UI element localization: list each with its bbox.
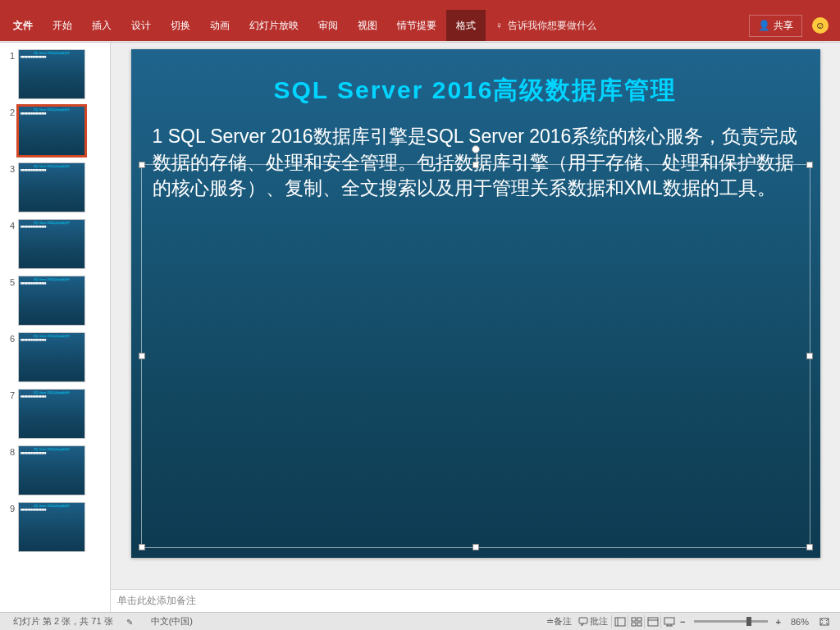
ribbon-tabs: 文件 开始 插入 设计 切换 动画 幻灯片放映 审阅 视图 情节提要 格式 ♀ … [0, 10, 840, 41]
thumbnail-row[interactable]: 1SQL Server 2016高级数据库管理█████████████████… [0, 48, 110, 104]
slide-body-text[interactable]: 1 SQL Server 2016数据库引擎是SQL Server 2016系统… [153, 124, 799, 202]
slide-canvas[interactable]: SQL Server 2016高级数据库管理 1 SQL Server 2016… [111, 43, 840, 589]
thumbnail-slide[interactable]: SQL Server 2016高级数据库管理██████████████████… [18, 219, 85, 269]
thumbnail-row[interactable]: 9SQL Server 2016高级数据库管理█████████████████… [0, 500, 110, 557]
slideshow-view-button[interactable] [660, 615, 677, 628]
tab-transitions[interactable]: 切换 [161, 10, 200, 41]
tab-home[interactable]: 开始 [43, 10, 82, 41]
textbox-selection-frame[interactable] [141, 164, 810, 548]
current-slide[interactable]: SQL Server 2016高级数据库管理 1 SQL Server 2016… [131, 49, 820, 558]
svg-rect-2 [615, 618, 625, 626]
svg-rect-6 [632, 623, 636, 626]
notes-toggle[interactable]: ≐ 备注 [543, 615, 575, 628]
thumbnail-number: 8 [3, 445, 15, 457]
thumbnail-row[interactable]: 7SQL Server 2016高级数据库管理█████████████████… [0, 387, 110, 444]
thumbnail-row[interactable]: 3SQL Server 2016高级数据库管理█████████████████… [0, 161, 110, 217]
thumbnail-slide[interactable]: SQL Server 2016高级数据库管理██████████████████… [18, 49, 85, 99]
comments-toggle[interactable]: 批注 [575, 615, 611, 628]
main-area: 1SQL Server 2016高级数据库管理█████████████████… [0, 43, 840, 612]
svg-rect-10 [664, 618, 674, 624]
thumbnail-number: 1 [3, 49, 15, 61]
svg-rect-4 [632, 618, 636, 621]
slide-counter[interactable]: 幻灯片 第 2 张，共 71 张 [7, 615, 120, 628]
slide-thumbnails-panel[interactable]: 1SQL Server 2016高级数据库管理█████████████████… [0, 43, 111, 612]
tell-me-text: 告诉我你想要做什么 [508, 19, 596, 33]
tab-file[interactable]: 文件 [3, 10, 43, 41]
fit-to-window-button[interactable] [815, 617, 833, 627]
resize-handle-bl[interactable] [139, 544, 145, 550]
thumbnail-slide[interactable]: SQL Server 2016高级数据库管理██████████████████… [18, 389, 85, 439]
feedback-smiley-icon[interactable]: ☺ [812, 17, 829, 34]
normal-view-button[interactable] [611, 615, 628, 628]
svg-rect-7 [637, 623, 641, 626]
person-icon: 👤 [758, 20, 770, 31]
reading-view-button[interactable] [644, 615, 660, 628]
thumbnail-row[interactable]: 2SQL Server 2016高级数据库管理█████████████████… [0, 104, 110, 161]
thumbnail-number: 9 [3, 502, 15, 514]
thumbnail-row[interactable]: 6SQL Server 2016高级数据库管理█████████████████… [0, 331, 110, 387]
resize-handle-tr[interactable] [806, 162, 813, 168]
resize-handle-ml[interactable] [139, 353, 145, 359]
thumbnail-slide[interactable]: SQL Server 2016高级数据库管理██████████████████… [18, 276, 85, 326]
resize-handle-mr[interactable] [806, 353, 813, 359]
share-label: 共享 [774, 19, 793, 33]
thumbnail-row[interactable]: 4SQL Server 2016高级数据库管理█████████████████… [0, 217, 110, 274]
zoom-percent[interactable]: 86% [784, 617, 815, 627]
tab-view[interactable]: 视图 [348, 10, 387, 41]
thumbnail-row[interactable]: 8SQL Server 2016高级数据库管理█████████████████… [0, 444, 110, 500]
thumbnail-number: 2 [3, 106, 15, 117]
thumbnail-row[interactable]: 5SQL Server 2016高级数据库管理█████████████████… [0, 274, 110, 331]
resize-handle-br[interactable] [806, 544, 813, 550]
slide-sorter-view-button[interactable] [628, 615, 644, 628]
svg-rect-5 [637, 618, 641, 621]
thumbnail-number: 4 [3, 219, 15, 231]
zoom-out-button[interactable]: − [677, 617, 688, 627]
status-bar: 幻灯片 第 2 张，共 71 张 ✎ 中文(中国) ≐ 备注 批注 − + 86… [0, 612, 840, 630]
svg-text:✎: ✎ [126, 618, 133, 627]
svg-rect-1 [579, 618, 587, 623]
tab-design[interactable]: 设计 [121, 10, 161, 41]
tab-animations[interactable]: 动画 [200, 10, 240, 41]
tab-format[interactable]: 格式 [446, 10, 486, 41]
zoom-slider[interactable] [694, 620, 768, 623]
thumbnail-number: 5 [3, 276, 15, 287]
svg-rect-8 [648, 618, 658, 626]
thumbnail-number: 6 [3, 332, 15, 344]
lightbulb-icon: ♀ [495, 20, 503, 31]
title-bar [0, 0, 840, 10]
tab-storyboard[interactable]: 情节提要 [387, 10, 446, 41]
spellcheck-icon[interactable]: ✎ [120, 617, 144, 627]
resize-handle-bm[interactable] [472, 544, 479, 550]
thumbnail-number: 7 [3, 389, 15, 400]
zoom-in-button[interactable]: + [773, 617, 784, 627]
thumbnail-slide[interactable]: SQL Server 2016高级数据库管理██████████████████… [18, 502, 85, 552]
thumbnail-slide[interactable]: SQL Server 2016高级数据库管理██████████████████… [18, 106, 85, 156]
language-indicator[interactable]: 中文(中国) [144, 615, 199, 628]
resize-handle-tl[interactable] [139, 162, 145, 168]
share-button[interactable]: 👤 共享 [749, 15, 802, 37]
thumbnail-slide[interactable]: SQL Server 2016高级数据库管理██████████████████… [18, 445, 85, 495]
notes-pane[interactable]: 单击此处添加备注 [111, 589, 840, 612]
thumbnail-slide[interactable]: SQL Server 2016高级数据库管理██████████████████… [18, 162, 85, 212]
slide-editor-area: SQL Server 2016高级数据库管理 1 SQL Server 2016… [111, 43, 840, 612]
tab-insert[interactable]: 插入 [82, 10, 121, 41]
tab-review[interactable]: 审阅 [308, 10, 348, 41]
slide-title[interactable]: SQL Server 2016高级数据库管理 [153, 74, 799, 107]
tell-me-search[interactable]: ♀ 告诉我你想要做什么 [486, 19, 606, 33]
thumbnail-number: 3 [3, 162, 15, 174]
tab-slideshow[interactable]: 幻灯片放映 [240, 10, 308, 41]
thumbnail-slide[interactable]: SQL Server 2016高级数据库管理██████████████████… [18, 332, 85, 382]
